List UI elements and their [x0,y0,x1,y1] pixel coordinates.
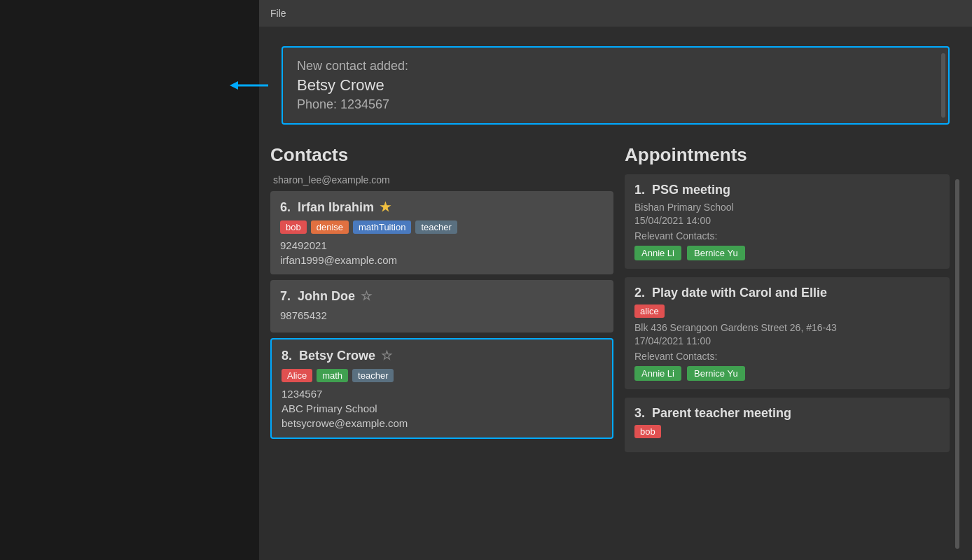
contact-email-irfan: irfan1999@example.com [280,254,604,266]
appointments-panel: Appointments 1. PSG meeting Bishan Prima… [625,144,961,549]
contact-card-irfan[interactable]: 6. Irfan Ibrahim ★ bob denise mathTuitio… [270,191,613,274]
appt-tags-3: bob [634,425,940,438]
content-area: Contacts sharon_lee@example.com 6. Irfan… [259,144,972,560]
appt-contact-annie-li-1[interactable]: Annie Li [634,246,681,260]
appt-contact-annie-li-2[interactable]: Annie Li [634,366,681,381]
contact-id-8: 8. Betsy Crowe [282,349,375,363]
tag-mathtuition[interactable]: mathTuition [353,220,411,234]
notification-name: Betsy Crowe [297,76,934,94]
star-empty-icon-johndoe: ☆ [361,288,372,304]
main-content: File New contact added: Betsy Crowe Phon… [259,0,972,560]
appt-location-1: Bishan Primary School [634,202,940,213]
appt-tag-alice-2[interactable]: alice [634,304,665,318]
contacts-list: 6. Irfan Ibrahim ★ bob denise mathTuitio… [270,191,613,439]
contact-header-irfan: 6. Irfan Ibrahim ★ [280,200,604,215]
contact-email-betsy: betsycrowe@example.com [282,417,602,429]
appt-contact-bernice-yu-1[interactable]: Bernice Yu [687,246,745,260]
tag-alice-betsy[interactable]: Alice [282,369,312,382]
appt-contact-bernice-yu-2[interactable]: Bernice Yu [687,366,745,381]
appt-datetime-2: 17/04/2021 11:00 [634,335,940,346]
contact-header-johndoe: 7. John Doe ☆ [280,288,604,304]
contact-header-betsy: 8. Betsy Crowe ☆ [282,348,602,363]
appt-contacts-1: Annie Li Bernice Yu [634,246,940,260]
notification-title: New contact added: [297,59,934,74]
appointments-list: 1. PSG meeting Bishan Primary School 15/… [625,174,961,452]
contact-phone-betsy: 1234567 [282,388,602,400]
contact-tags-irfan: bob denise mathTuition teacher [280,220,604,234]
tag-teacher-irfan[interactable]: teacher [415,220,457,234]
appt-tags-2: alice [634,304,940,318]
contact-id-7: 7. John Doe [280,289,355,304]
contact-phone-johndoe: 98765432 [280,309,604,321]
notification-box: New contact added: Betsy Crowe Phone: 12… [282,46,950,125]
contacts-title: Contacts [270,144,613,166]
contact-id-6: 6. Irfan Ibrahim [280,200,374,215]
contact-school-betsy: ABC Primary School [282,402,602,414]
svg-marker-1 [230,81,238,90]
appt-relevant-label-1: Relevant Contacts: [634,230,940,241]
appt-datetime-1: 15/04/2021 14:00 [634,215,940,226]
contact-card-johndoe[interactable]: 7. John Doe ☆ 98765432 [270,280,613,332]
appt-title-3: 3. Parent teacher meeting [634,406,940,421]
appointments-title: Appointments [625,144,961,166]
sidebar [0,0,259,560]
contacts-panel: Contacts sharon_lee@example.com 6. Irfan… [270,144,613,549]
appt-title-2: 2. Play date with Carol and Ellie [634,286,940,300]
contact-card-betsy[interactable]: 8. Betsy Crowe ☆ Alice math teacher 1234… [270,338,613,439]
file-menu[interactable]: File [270,8,286,19]
star-filled-icon: ★ [380,200,391,215]
contact-phone-irfan: 92492021 [280,239,604,251]
appt-title-1: 1. PSG meeting [634,183,940,197]
tag-denise[interactable]: denise [311,220,349,234]
appointment-card-2[interactable]: 2. Play date with Carol and Ellie alice … [625,277,950,389]
notification-scrollbar[interactable] [941,53,945,118]
notification-phone: Phone: 1234567 [297,97,934,112]
tag-teacher-betsy[interactable]: teacher [352,369,394,382]
appt-contacts-2: Annie Li Bernice Yu [634,366,940,381]
tag-math-betsy[interactable]: math [317,369,348,382]
contact-tags-betsy: Alice math teacher [282,369,602,382]
appointment-card-3[interactable]: 3. Parent teacher meeting bob [625,398,950,452]
tag-bob[interactable]: bob [280,220,307,234]
appt-tag-bob-3[interactable]: bob [634,425,661,438]
notification-arrow-icon [230,79,268,92]
contacts-user-email: sharon_lee@example.com [270,174,613,186]
appointments-scrollbar[interactable] [955,179,959,549]
appointment-card-1[interactable]: 1. PSG meeting Bishan Primary School 15/… [625,174,950,269]
menu-bar: File [259,0,972,27]
star-empty-icon-betsy: ☆ [381,348,392,363]
appt-relevant-label-2: Relevant Contacts: [634,351,940,362]
appt-location-2: Blk 436 Serangoon Gardens Street 26, #16… [634,322,940,333]
